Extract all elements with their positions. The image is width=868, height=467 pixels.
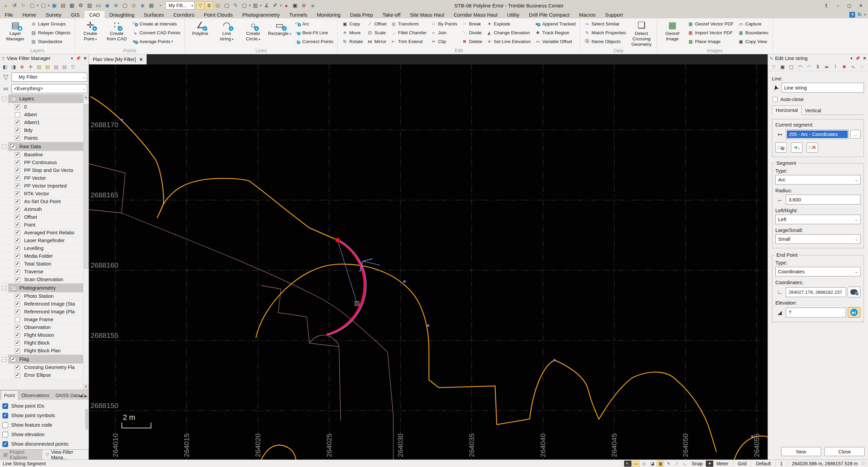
chevron-down-icon[interactable]: ▾ [37,4,39,7]
leftright-select[interactable]: Left⌄ [775,215,861,224]
move-filter-icon[interactable]: ✛ [27,63,34,71]
trim-extend-button[interactable]: ⊢Trim Extend [390,37,428,46]
select-similar-button[interactable]: ∾Select Similar [583,19,627,28]
option-checkbox[interactable] [2,403,8,409]
web-services-button[interactable]: ⊕ [112,1,120,9]
item-checkbox[interactable] [15,246,20,251]
tab-horizontal[interactable]: Horizontal [772,105,801,115]
tree-item-albert[interactable]: Albert [0,111,83,119]
pick-coordinates-button[interactable] [848,287,861,297]
tab-scroll-right-icon[interactable]: ▶ [84,394,87,398]
create-point-button[interactable]: ✛+CreatePoint▾ [77,19,103,48]
polygon-select-icon[interactable]: ◇ [640,461,648,467]
units-label[interactable]: Meter [714,461,731,466]
tab-file[interactable]: File [0,11,18,18]
option-show-point-symbols[interactable]: Show point symbols [0,411,89,420]
tree-item-baseline[interactable]: Baseline [0,151,83,159]
new-button[interactable]: New [781,447,821,456]
create-from-cad-button[interactable]: ∷+Createfrom CAD [104,19,130,48]
item-checkbox[interactable] [15,348,20,353]
tab-macros[interactable]: Macros [574,11,600,18]
rotate-button[interactable]: ↻Rotate [341,37,364,46]
group-checkbox[interactable] [11,357,16,362]
report-dropdown-button[interactable]: ▢ [240,1,248,9]
best-fit-line-button[interactable]: ∿+Best-Fit Line [294,28,335,37]
tree-item-flight-mission[interactable]: Flight Mission [0,331,83,339]
item-checkbox[interactable] [15,112,20,117]
collapse-toggle-icon[interactable]: − [2,357,6,362]
disable-filter-icon[interactable]: ⊗ [18,63,26,71]
tab-observations[interactable]: Observations [18,391,52,400]
georef-vector-pdf-button[interactable]: ▦Georef Vector PDF [686,19,735,28]
options-scrollbar[interactable] [85,403,88,443]
connect-points-button[interactable]: ∴+Connect Points [294,37,335,46]
create-circle-button[interactable]: ○+CreateCircle▾ [240,19,266,48]
chevron-down-icon[interactable]: ▾ [249,4,251,7]
average-points-button[interactable]: ✕+Average Points▾ [131,37,182,46]
close-icon[interactable]: ✕ [863,56,866,61]
pin-icon[interactable]: 📌 [76,56,81,61]
tab-cad[interactable]: CAD [84,11,105,18]
running-snap-icon[interactable]: ✎ [665,461,672,467]
tree-item-pp-vector-imported[interactable]: PP Vector Imported [0,182,83,190]
pin-window-button[interactable]: ↥ [820,1,832,9]
tab-drill-pile-compact[interactable]: Drill Pile Compact [524,11,574,18]
project-settings-button[interactable]: ⚙ [77,1,85,9]
new-plan-view-button[interactable]: ▢ [121,1,129,9]
insert-segment-button[interactable]: ∷+ [775,142,787,153]
delete-segment-icon[interactable]: ✖ [841,63,848,71]
minimize-button[interactable]: – [832,1,844,9]
tab-draughting[interactable]: Draughting [105,11,139,18]
name-objects-button[interactable]: ⒶName Objects [583,37,627,46]
tree-item-traverse[interactable]: Traverse [0,268,83,276]
change-elevation-button[interactable]: ◭Change Elevation [485,28,532,37]
polyline-button[interactable]: ∠+Polyline [187,19,213,48]
fillet-chamfer-button[interactable]: ◞Fillet Chamfer [390,28,428,37]
tree-group-layers[interactable]: −Layers [0,94,83,103]
spacing-icon[interactable]: ⇹ [823,63,830,71]
project-archive-button[interactable]: ▤ [59,1,67,9]
reverse-arc-icon[interactable]: ◠ [805,63,813,71]
save-button[interactable]: ▦ [68,1,76,9]
rectangle-select-icon[interactable]: ▭ [632,461,640,467]
standardize-button[interactable]: ▤Standardize [30,37,72,46]
tab-take-off[interactable]: Take-off [378,11,405,18]
pin-icon[interactable]: 📌 [855,56,860,61]
snap-line-icon[interactable]: ∕ [673,461,680,467]
group-checkbox[interactable] [11,96,16,101]
scroll-track[interactable] [84,100,89,384]
add-layer-icon[interactable]: ▤ [61,63,68,71]
selection-count[interactable]: 1 [777,461,786,466]
tree-item-flight-block-plan[interactable]: Flight Block Plan [0,347,83,355]
compute-elevation-button[interactable]: ▶| [848,307,861,318]
edit-pencil-button[interactable]: ✎ [231,1,240,9]
grid-label[interactable]: Grid [735,461,749,466]
tree-item-error-ellipse[interactable]: Error Ellipse [0,371,83,379]
open-project-button[interactable]: ▣ [50,1,58,9]
filter-settings-icon[interactable]: ▽ [69,63,77,71]
tab-monitoring[interactable]: Monitoring [312,11,345,18]
tree-item-image-frame[interactable]: Image Frame [0,316,83,324]
place-image-button[interactable]: ▦Place Image [686,37,735,46]
invert-selection-icon[interactable]: ◪ [648,461,656,467]
move-button[interactable]: ✛Move [341,28,364,37]
view-filter-button[interactable]: ▽ [196,1,204,9]
panel-button[interactable]: ▣ [291,1,299,9]
tab-scroll-left-icon[interactable]: ◀ [80,394,82,398]
help-icon[interactable]: ? [849,12,855,18]
footer-tab-view-filter-mana[interactable]: ▽View Filter Mana... [42,450,89,460]
item-checkbox[interactable] [15,317,20,322]
stop-button[interactable]: ⊗ [300,1,308,9]
boundaries-button[interactable]: ▦Boundaries [737,28,769,37]
tab-gis[interactable]: GIS [66,11,84,18]
tab-utility[interactable]: Utility [502,11,524,18]
option-show-disconnected-points[interactable]: Show disconnected points [0,439,89,449]
option-show-point-ids[interactable]: Show point IDs [0,401,89,411]
option-partial[interactable] [0,449,89,449]
detect-crossing-geometry-button[interactable]: ❏Detect CrossingGeometry [628,19,654,48]
chevron-down-icon[interactable]: ▾ [48,4,50,7]
item-checkbox[interactable] [15,152,20,157]
georef-image-button[interactable]: ▦GeorefImage [659,19,685,48]
import-vector-pdf-button[interactable]: ▦Import Vector PDF [686,28,735,37]
tab-home[interactable]: Home [18,11,41,18]
